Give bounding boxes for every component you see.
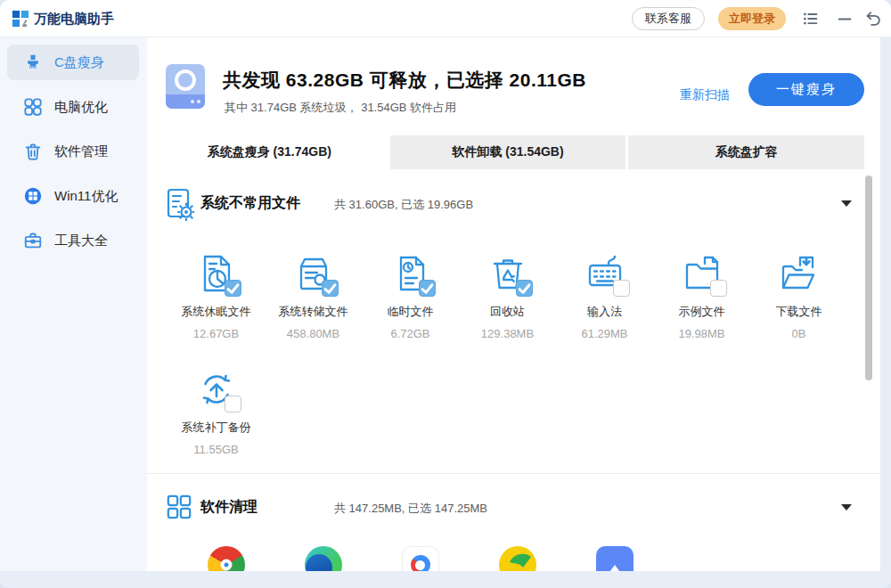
section-stats: 共 147.25MB, 已选 147.25MB	[334, 501, 487, 517]
file-item-label: 输入法	[556, 304, 653, 320]
sample-files-icon	[681, 252, 723, 295]
app-logo-icon	[12, 10, 29, 28]
file-gear-icon	[166, 187, 194, 221]
section-title: 软件清理	[200, 498, 257, 517]
file-item-download[interactable]: 下载文件 0B	[750, 252, 847, 340]
blue-arrow-app-icon[interactable]	[596, 546, 634, 571]
section-software-clean: 软件清理 共 147.25MB, 已选 147.25MB	[147, 489, 880, 530]
main-panel: 共发现 63.28GB 可释放，已选择 20.11GB 其中 31.74GB 系…	[147, 37, 880, 571]
chrome-icon[interactable]	[208, 546, 245, 571]
sidebar-item-label: Win11优化	[54, 188, 118, 205]
file-item-label: 系统休眠文件	[168, 304, 265, 320]
edge-icon[interactable]	[305, 546, 342, 571]
tab-bar: 系统盘瘦身 (31.74GB) 软件卸载 (31.54GB) 系统盘扩容	[151, 135, 864, 169]
scrollbar-thumb[interactable]	[865, 176, 872, 380]
software-icons-row	[177, 546, 854, 571]
section-divider	[147, 473, 880, 474]
sidebar-item-label: C盘瘦身	[54, 54, 104, 71]
sidebar-item-win11-optimize[interactable]: Win11优化	[7, 178, 139, 214]
sidebar: C盘瘦身 电脑优化 软件管理	[0, 37, 147, 571]
file-item-patch-backup[interactable]: 系统补丁备份 11.55GB	[168, 368, 265, 456]
checkbox-unchecked[interactable]	[613, 280, 630, 297]
scan-result-subtitle: 其中 31.74GB 系统垃圾， 31.54GB 软件占用	[225, 100, 456, 116]
file-item-size: 6.72GB	[362, 327, 459, 340]
tab-disk-expand[interactable]: 系统盘扩容	[628, 135, 864, 169]
file-grid-row-2: 系统补丁备份 11.55GB	[168, 368, 265, 456]
file-item-size: 11.55GB	[168, 443, 265, 456]
optimize-grid-icon	[23, 97, 43, 117]
hibernation-file-icon	[195, 252, 238, 295]
file-item-size: 61.29MB	[556, 327, 653, 340]
title-bar: 万能电脑助手 联系客服 立即登录	[0, 0, 891, 37]
scan-result-title: 共发现 63.28GB 可释放，已选择 20.11GB	[223, 68, 586, 93]
file-item-size: 12.67GB	[168, 327, 265, 340]
yellow-green-app-icon[interactable]	[499, 546, 536, 571]
temp-file-icon	[389, 252, 432, 295]
recycle-bin-icon	[486, 252, 529, 295]
checkbox-checked[interactable]	[322, 280, 339, 297]
sidebar-item-tools[interactable]: 工具大全	[7, 223, 139, 258]
section-stats: 共 31.60GB, 已选 19.96GB	[334, 197, 473, 213]
brush-icon	[23, 53, 43, 72]
sidebar-item-c-drive-slim[interactable]: C盘瘦身	[7, 45, 139, 80]
hard-drive-icon	[165, 62, 206, 110]
collapse-caret-icon[interactable]	[841, 200, 852, 207]
app-title: 万能电脑助手	[34, 11, 114, 28]
file-item-sample-files[interactable]: 示例文件 19.98MB	[653, 252, 750, 340]
file-item-dump[interactable]: 系统转储文件 458.80MB	[265, 252, 362, 340]
input-method-icon	[584, 252, 626, 295]
sidebar-item-label: 电脑优化	[54, 99, 108, 116]
checkbox-unchecked[interactable]	[225, 396, 241, 412]
windows-icon	[23, 186, 43, 206]
checkbox-unchecked[interactable]	[710, 280, 727, 297]
section-title: 系统不常用文件	[200, 194, 300, 213]
trash-icon	[23, 142, 43, 161]
sidebar-item-software-manage[interactable]: 软件管理	[7, 134, 139, 169]
rescan-link[interactable]: 重新扫描	[680, 87, 730, 103]
app-window: 万能电脑助手 联系客服 立即登录 C盘瘦身	[0, 0, 891, 588]
sidebar-item-label: 软件管理	[54, 143, 108, 160]
checkbox-checked[interactable]	[225, 280, 241, 297]
file-item-label: 示例文件	[653, 304, 750, 320]
section-system-unused-files: 系统不常用文件 共 31.60GB, 已选 19.96GB	[147, 185, 880, 226]
login-button[interactable]: 立即登录	[718, 7, 786, 30]
toolbox-icon	[23, 231, 43, 250]
sidebar-item-label: 工具大全	[54, 233, 108, 249]
file-item-recycle-bin[interactable]: 回收站 129.38MB	[459, 252, 556, 340]
patch-backup-icon	[195, 368, 238, 411]
sidebar-item-pc-optimize[interactable]: 电脑优化	[7, 89, 139, 125]
file-item-size: 129.38MB	[459, 327, 556, 340]
dump-file-icon	[292, 252, 335, 295]
file-item-size: 458.80MB	[265, 327, 362, 340]
back-undo-icon[interactable]	[862, 8, 884, 29]
file-item-size: 19.98MB	[653, 327, 750, 340]
file-item-temp[interactable]: 临时文件 6.72GB	[362, 252, 459, 340]
tab-software-uninstall[interactable]: 软件卸载 (31.54GB)	[390, 135, 626, 169]
app-grid-icon	[166, 494, 194, 527]
collapse-caret-icon[interactable]	[841, 504, 852, 510]
file-item-label: 下载文件	[750, 304, 847, 320]
menu-list-icon[interactable]	[800, 8, 822, 29]
file-item-size: 0B	[750, 327, 847, 340]
file-grid-row-1: 系统休眠文件 12.67GB 系统转储文件 458.80MB	[168, 252, 847, 340]
file-item-input-method[interactable]: 输入法 61.29MB	[556, 252, 653, 340]
one-key-slim-button[interactable]: 一键瘦身	[748, 73, 864, 106]
file-item-label: 系统转储文件	[265, 304, 362, 320]
file-item-label: 回收站	[459, 304, 556, 320]
file-item-label: 系统补丁备份	[168, 420, 265, 436]
minimize-icon[interactable]	[834, 8, 855, 29]
white-ring-app-icon[interactable]	[402, 546, 439, 571]
checkbox-checked[interactable]	[516, 280, 533, 297]
download-files-icon	[778, 252, 821, 295]
tab-system-slim[interactable]: 系统盘瘦身 (31.74GB)	[151, 135, 388, 169]
contact-support-button[interactable]: 联系客服	[632, 7, 705, 30]
file-item-hibernation[interactable]: 系统休眠文件 12.67GB	[168, 252, 265, 340]
checkbox-checked[interactable]	[419, 280, 436, 297]
file-item-label: 临时文件	[362, 304, 459, 320]
